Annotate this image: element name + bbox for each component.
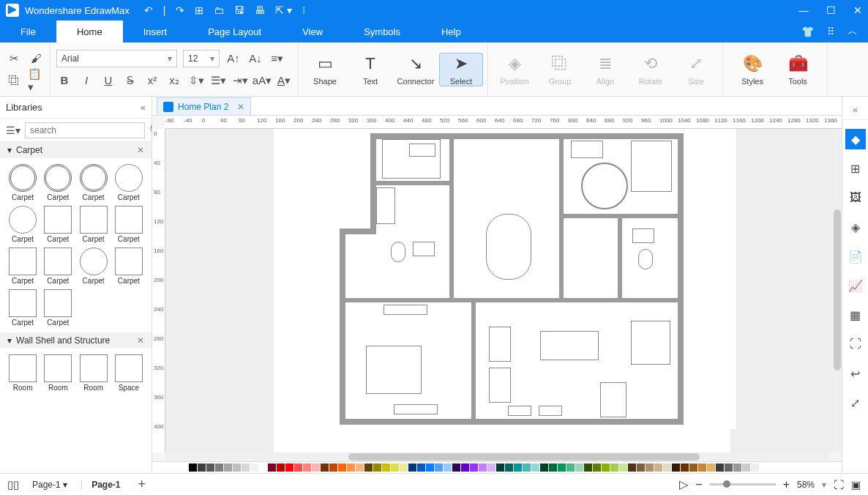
color-swatch[interactable] bbox=[268, 464, 276, 472]
color-swatch[interactable] bbox=[206, 464, 214, 472]
color-swatch[interactable] bbox=[242, 464, 250, 472]
layers-panel-icon[interactable]: ◈ bbox=[845, 217, 866, 237]
resize-panel-icon[interactable]: ⛶ bbox=[845, 334, 866, 354]
color-swatch[interactable] bbox=[558, 464, 566, 472]
library-shape-item[interactable]: Room bbox=[6, 354, 40, 392]
color-swatch[interactable] bbox=[277, 464, 285, 472]
color-swatch[interactable] bbox=[716, 464, 724, 472]
color-swatch[interactable] bbox=[496, 464, 504, 472]
color-swatch[interactable] bbox=[707, 464, 715, 472]
color-swatch[interactable] bbox=[444, 464, 452, 472]
superscript-icon[interactable]: x² bbox=[144, 72, 160, 89]
color-swatch[interactable] bbox=[663, 464, 671, 472]
close-button[interactable]: ✕ bbox=[853, 4, 862, 16]
color-swatch[interactable] bbox=[681, 464, 689, 472]
color-swatch[interactable] bbox=[742, 464, 750, 472]
undo-icon[interactable]: ↶ bbox=[144, 4, 153, 16]
zoom-in-button[interactable]: + bbox=[783, 478, 790, 491]
color-swatch[interactable] bbox=[329, 464, 337, 472]
layout-panel-icon[interactable]: ⊞ bbox=[845, 158, 866, 179]
color-swatch[interactable] bbox=[224, 464, 232, 472]
fit-width-icon[interactable]: ▣ bbox=[851, 479, 861, 491]
color-swatch[interactable] bbox=[321, 464, 329, 472]
collapse-right-panel-icon[interactable]: « bbox=[853, 105, 858, 115]
library-shape-item[interactable]: Room bbox=[77, 354, 111, 392]
menu-page-layout[interactable]: Page Layout bbox=[187, 21, 282, 42]
color-swatch[interactable] bbox=[452, 464, 460, 472]
color-swatch[interactable] bbox=[654, 464, 662, 472]
select-tool[interactable]: ➤Select bbox=[439, 53, 483, 86]
collapse-ribbon-icon[interactable]: ︿ bbox=[848, 25, 858, 38]
horizontal-ruler[interactable]: -80-400408012016020024028032036040044048… bbox=[165, 116, 842, 129]
color-swatch[interactable] bbox=[751, 464, 759, 472]
library-shape-item[interactable]: Carpet bbox=[41, 164, 75, 201]
page-panel-icon[interactable]: 📄 bbox=[845, 246, 866, 267]
library-shape-item[interactable]: Space bbox=[112, 354, 146, 392]
open-icon[interactable]: 🗀 bbox=[214, 4, 224, 16]
color-swatch[interactable] bbox=[584, 464, 592, 472]
page-select[interactable]: Page-1 ▾ bbox=[32, 480, 67, 490]
image-panel-icon[interactable]: 🖼 bbox=[845, 187, 866, 208]
color-swatch[interactable] bbox=[610, 464, 618, 472]
font-color-icon[interactable]: A▾ bbox=[276, 72, 292, 89]
italic-icon[interactable]: I bbox=[78, 72, 94, 89]
print-icon[interactable]: 🖶 bbox=[255, 4, 265, 16]
color-swatch[interactable] bbox=[540, 464, 548, 472]
close-tab-icon[interactable]: ✕ bbox=[237, 102, 244, 112]
tools-button[interactable]: 🧰Tools bbox=[776, 53, 820, 86]
library-shape-item[interactable]: Carpet bbox=[41, 289, 75, 327]
color-swatch[interactable] bbox=[566, 464, 575, 472]
font-size-select[interactable]: 12▾ bbox=[183, 50, 220, 67]
library-shape-item[interactable]: Carpet bbox=[112, 164, 146, 201]
color-swatch[interactable] bbox=[435, 464, 443, 472]
color-swatch[interactable] bbox=[461, 464, 469, 472]
color-swatch[interactable] bbox=[285, 464, 293, 472]
library-shape-item[interactable]: Carpet bbox=[77, 248, 111, 285]
zoom-out-button[interactable]: − bbox=[695, 478, 702, 491]
color-swatch[interactable] bbox=[250, 464, 258, 472]
horizontal-scrollbar[interactable] bbox=[165, 453, 828, 461]
color-swatch[interactable] bbox=[294, 464, 302, 472]
library-shape-item[interactable]: Room bbox=[41, 354, 75, 392]
color-swatch[interactable] bbox=[391, 464, 399, 472]
presentation-icon[interactable]: ▷ bbox=[679, 477, 688, 491]
color-swatch[interactable] bbox=[312, 464, 320, 472]
zoom-slider[interactable] bbox=[710, 483, 776, 485]
library-category-wall[interactable]: ▾Wall Shell and Structure✕ bbox=[0, 332, 151, 349]
floorplan-drawing[interactable] bbox=[340, 133, 684, 425]
styles-button[interactable]: 🎨Styles bbox=[730, 53, 774, 86]
color-swatch[interactable] bbox=[479, 464, 487, 472]
color-swatch[interactable] bbox=[487, 464, 495, 472]
menu-home[interactable]: Home bbox=[56, 21, 123, 42]
menu-file[interactable]: File bbox=[0, 21, 56, 42]
fullscreen-panel-icon[interactable]: ⤢ bbox=[845, 392, 866, 413]
color-swatch[interactable] bbox=[233, 464, 241, 472]
color-swatch[interactable] bbox=[356, 464, 364, 472]
color-swatch[interactable] bbox=[514, 464, 522, 472]
case-icon[interactable]: aA▾ bbox=[254, 72, 270, 89]
library-shape-item[interactable]: Carpet bbox=[112, 206, 146, 243]
library-shape-item[interactable]: Carpet bbox=[77, 164, 111, 201]
color-swatch[interactable] bbox=[646, 464, 654, 472]
color-swatch[interactable] bbox=[470, 464, 478, 472]
library-shape-item[interactable]: Carpet bbox=[6, 289, 40, 327]
copy-icon[interactable]: ⿻ bbox=[6, 72, 22, 89]
color-swatch[interactable] bbox=[733, 464, 741, 472]
redo-icon[interactable]: ↷ bbox=[176, 4, 184, 16]
bullet-list-icon[interactable]: ☰▾ bbox=[210, 72, 226, 89]
maximize-button[interactable]: ☐ bbox=[826, 4, 836, 16]
text-tool[interactable]: TText bbox=[348, 53, 392, 86]
connector-tool[interactable]: ↘Connector bbox=[394, 53, 438, 86]
grid-icon[interactable]: ⠿ bbox=[827, 26, 834, 37]
vertical-scrollbar[interactable] bbox=[833, 129, 842, 453]
cut-icon[interactable]: ✂ bbox=[6, 51, 22, 67]
qa-more-icon[interactable]: ⁝ bbox=[302, 4, 305, 16]
increase-font-icon[interactable]: A↑ bbox=[225, 51, 242, 67]
align-left-icon[interactable]: ≡▾ bbox=[269, 51, 285, 67]
bold-icon[interactable]: B bbox=[56, 72, 72, 89]
library-shape-item[interactable]: Carpet bbox=[112, 248, 146, 285]
color-swatch[interactable] bbox=[408, 464, 416, 472]
color-swatch[interactable] bbox=[259, 464, 267, 472]
underline-icon[interactable]: U bbox=[100, 72, 116, 89]
document-tab[interactable]: Home Plan 2 ✕ bbox=[157, 97, 251, 115]
